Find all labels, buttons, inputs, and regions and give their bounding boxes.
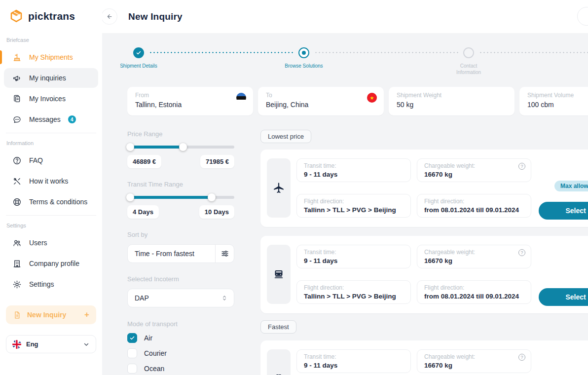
divider — [6, 133, 96, 133]
megaphone-icon — [12, 73, 22, 83]
lifebuoy-icon — [12, 197, 22, 207]
box-label: Transit time: — [304, 162, 404, 169]
section-label-settings: Settings — [6, 223, 26, 228]
field-label: Shipment Weight — [397, 92, 441, 99]
sidebar: picktrans Briefcase My Shipments My inqu… — [0, 0, 102, 375]
field-value: Beijing, China — [266, 101, 308, 109]
back-button[interactable] — [101, 8, 117, 25]
solution-card-cargo: Transit time: 9 - 11 days Chargeable wei… — [260, 340, 588, 375]
sidebar-item-users[interactable]: Users — [0, 233, 102, 253]
price-min-handle[interactable] — [126, 143, 134, 151]
messages-count-badge: 4 — [68, 115, 76, 123]
topbar: New Inquiry — [102, 0, 588, 33]
checkbox[interactable] — [127, 364, 137, 374]
step-label: Shipment Details — [119, 63, 158, 69]
box-value: from 08.01.2024 till 09.01.2024 — [424, 293, 524, 300]
train-icon — [267, 245, 291, 304]
dates-box: Flight direction: from 08.01.2024 till 0… — [417, 194, 531, 218]
sidebar-item-my-shipments[interactable]: My Shipments — [0, 47, 102, 67]
transport-option-ocean[interactable]: Ocean — [127, 364, 234, 374]
field-value: 100 cbm — [527, 101, 554, 109]
plus-icon: + — [84, 310, 89, 320]
shipment-volume-field[interactable]: Shipment Volume 100 cbm — [519, 87, 588, 115]
checkbox-checked[interactable] — [127, 333, 137, 343]
box-value: 9 - 11 days — [304, 257, 404, 264]
sort-by-label: Sort by — [127, 231, 234, 238]
shipment-weight-field[interactable]: Shipment Weight 50 kg — [389, 87, 514, 115]
sidebar-item-label: Users — [29, 239, 47, 247]
sidebar-item-label: Terms & conditions — [29, 198, 87, 206]
field-value: Tallinn, Estonia — [135, 101, 182, 109]
transport-option-courier[interactable]: Courier — [127, 348, 234, 358]
sort-by-select[interactable]: Time - From fastest — [127, 244, 234, 263]
new-inquiry-label: New Inquiry — [27, 311, 66, 319]
sidebar-item-company-profile[interactable]: Company profile — [0, 254, 102, 273]
price-max-handle[interactable] — [179, 143, 187, 151]
box-value: 9 - 11 days — [304, 171, 404, 178]
sidebar-item-my-inquiries[interactable]: My inquiries — [0, 68, 102, 88]
select-button[interactable]: Select — [539, 288, 588, 306]
transit-min-handle[interactable] — [126, 193, 134, 201]
chevron-down-icon — [83, 341, 90, 348]
sidebar-item-faq[interactable]: FAQ — [0, 150, 102, 170]
transit-max-handle[interactable] — [208, 193, 216, 201]
price-min-value: 46889 € — [127, 155, 161, 168]
field-label: Shipment Volume — [527, 92, 574, 99]
sidebar-item-my-invoices[interactable]: My Invoices — [0, 89, 102, 109]
from-field[interactable]: From Tallinn, Estonia — [127, 87, 253, 115]
transit-time-box: Transit time: 9 - 11 days — [296, 349, 411, 373]
box-value: from 08.01.2024 till 09.01.2024 — [424, 206, 524, 214]
checkbox-label: Air — [144, 334, 152, 342]
transit-max-value: 10 Days — [199, 205, 234, 219]
box-value: 16670 kg — [424, 257, 524, 264]
transport-option-air[interactable]: Air — [127, 333, 234, 343]
checkbox[interactable] — [127, 348, 137, 358]
help-icon[interactable]: ? — [518, 163, 525, 170]
logo-text: picktrans — [28, 10, 75, 22]
tools-icon — [12, 176, 22, 186]
cargo-icon — [267, 349, 291, 375]
sidebar-item-label: My Invoices — [29, 95, 66, 103]
checkbox-label: Courier — [144, 349, 167, 357]
sliders-icon[interactable] — [215, 245, 234, 262]
plane-icon — [267, 158, 291, 218]
transit-range-label: Transit Time Range — [127, 181, 234, 188]
help-icon[interactable]: ? — [518, 249, 525, 256]
users-icon — [12, 238, 22, 248]
step-contact-information — [463, 47, 474, 58]
price-range-slider[interactable] — [127, 146, 234, 149]
active-indicator — [0, 50, 2, 64]
language-selector[interactable]: Eng — [6, 335, 96, 353]
transit-min-value: 4 Days — [127, 205, 159, 219]
box-label: Transit time: — [304, 249, 404, 256]
avatar[interactable] — [577, 7, 588, 26]
sidebar-item-label: My Shipments — [29, 53, 73, 61]
sidebar-item-messages[interactable]: Messages 4 — [0, 110, 102, 129]
sidebar-item-how-it-works[interactable]: How it works — [0, 171, 102, 191]
transit-time-box: Transit time: 9 - 11 days — [296, 245, 411, 268]
step-label: Browse Solutions — [284, 63, 324, 69]
help-icon[interactable]: ? — [518, 354, 525, 361]
to-field[interactable]: To Beijing, China ★ — [258, 87, 384, 115]
select-button[interactable]: Select — [539, 202, 588, 220]
box-value: 16670 kg — [424, 362, 524, 369]
gear-icon — [12, 279, 22, 289]
page-title: New Inquiry — [128, 11, 183, 22]
stepper-line — [479, 52, 588, 53]
sidebar-item-label: My inquiries — [29, 74, 66, 82]
mode-of-transport-label: Mode of transport — [127, 320, 234, 328]
section-label-briefcase: Briefcase — [6, 37, 29, 43]
new-inquiry-button[interactable]: New Inquiry + — [6, 305, 96, 324]
sidebar-item-terms[interactable]: Terms & conditions — [0, 192, 102, 212]
language-value: Eng — [26, 340, 38, 348]
messages-icon — [12, 114, 22, 124]
document-icon — [13, 311, 21, 319]
price-range-label: Price Range — [127, 130, 234, 138]
sidebar-item-settings[interactable]: Settings — [0, 274, 102, 294]
main-content: Shipment Details Browse Solutions Contac… — [102, 33, 588, 375]
lowest-price-chip: Lowest price — [260, 130, 311, 143]
box-value: Tallinn > TLL > PVG > Beijing — [304, 293, 404, 300]
box-value: 9 - 11 days — [304, 362, 404, 369]
incoterm-select[interactable]: DAP — [127, 289, 234, 307]
transit-range-slider[interactable] — [127, 196, 234, 199]
